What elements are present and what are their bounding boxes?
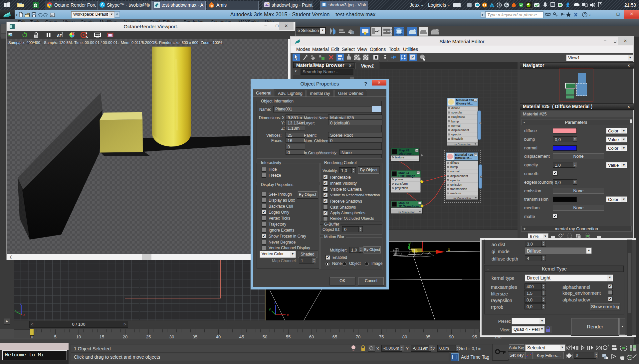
svg-text:x: x (287, 313, 289, 317)
svg-text:emission: emission (450, 183, 462, 186)
svg-text:mr Connection: mr Connection (453, 197, 471, 200)
svg-text:±: ± (608, 344, 609, 347)
svg-text:y: y (409, 242, 411, 246)
svg-text:±: ± (562, 233, 564, 236)
svg-text:2D Transform...: 2D Transform... (398, 204, 421, 208)
svg-text:displacement: displacement (451, 128, 469, 132)
svg-text:Diffuse M...: Diffuse M... (455, 156, 472, 160)
svg-text:diffuse: diffuse (450, 161, 459, 164)
svg-text:normal: normal (451, 124, 461, 127)
svg-text:mr Connection: mr Connection (398, 211, 415, 214)
svg-text:y: y (15, 308, 16, 312)
svg-text:transform: transform (395, 182, 408, 185)
svg-text:transmission: transmission (450, 187, 467, 191)
svg-text:mr Connection: mr Connection (454, 143, 471, 146)
svg-text:displacement: displacement (450, 174, 468, 178)
svg-text:y: y (269, 307, 271, 311)
svg-text:▼: ▼ (589, 14, 591, 16)
svg-text:diffuse: diffuse (451, 106, 460, 110)
svg-text:filmwidth: filmwidth (451, 137, 463, 140)
svg-text:z: z (274, 301, 276, 305)
svg-text:?: ? (584, 13, 586, 17)
svg-text:AF: AF (57, 34, 62, 38)
svg-text:roughness: roughness (451, 115, 466, 118)
svg-text:bump: bump (451, 120, 459, 123)
svg-text:normal: normal (450, 170, 460, 173)
svg-text:opacity: opacity (451, 133, 461, 136)
svg-text:RGB Image: RGB Image (398, 174, 415, 178)
svg-text:texture: texture (395, 156, 404, 159)
svg-text:x: x (448, 247, 450, 252)
svg-text:P: P (411, 55, 414, 59)
svg-text:x: x (23, 313, 25, 316)
svg-text:Displace...: Displace... (399, 152, 414, 155)
svg-text:bump: bump (450, 165, 458, 169)
svg-text:power: power (395, 178, 403, 181)
svg-text:opacity: opacity (450, 179, 460, 182)
svg-text:z: z (20, 302, 22, 305)
svg-text:projection: projection (395, 186, 408, 190)
svg-text:S: S (101, 3, 104, 7)
svg-text:Glossy M...: Glossy M... (456, 101, 473, 105)
svg-text:specular: specular (451, 111, 463, 114)
svg-text:medium: medium (450, 192, 461, 195)
